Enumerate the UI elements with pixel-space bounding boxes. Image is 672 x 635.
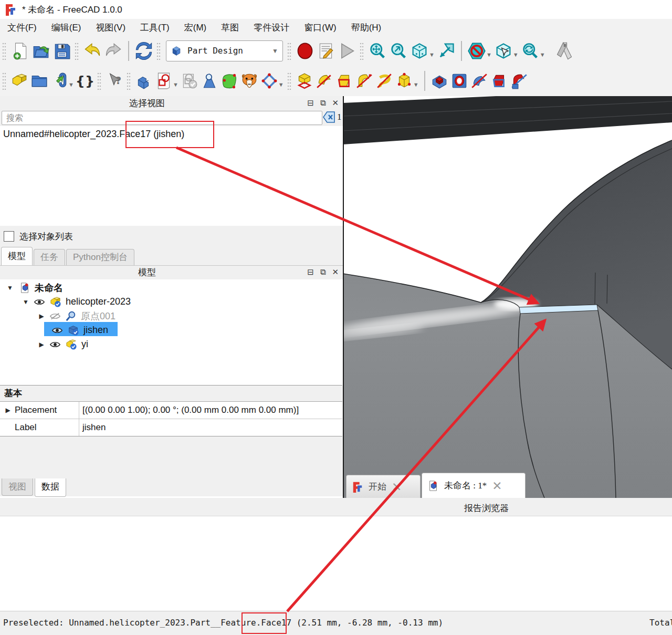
zoom-selection-button[interactable] [388,40,409,61]
undo-button[interactable] [82,40,103,61]
tab-model[interactable]: 模型 [1,247,33,265]
toolbar-grip[interactable] [127,72,131,90]
tab-tasks[interactable]: 任务 [34,249,65,265]
additive-primitive-button[interactable] [394,71,414,91]
expander-icon[interactable]: ▶ [38,341,45,348]
workbench-selector[interactable]: Part Design ▼ [166,40,283,61]
close-tab-icon[interactable]: ✕ [492,481,502,491]
tab-data-properties[interactable]: 数据 [35,478,66,497]
expander-icon[interactable]: ▶ [4,407,12,414]
toolbar-grip[interactable] [156,42,161,60]
tree-label[interactable]: helicopter-2023 [66,296,131,307]
menu-edit[interactable]: 编辑(E) [44,19,89,36]
align-view-button[interactable] [436,40,457,61]
close-tab-icon[interactable]: ✕ [392,482,402,492]
chevron-down-icon[interactable]: ▼ [278,81,284,88]
tree-label[interactable]: jishen [83,325,108,336]
save-document-button[interactable] [51,40,72,61]
visibility-eye-icon[interactable] [34,298,45,306]
visibility-eye-icon[interactable] [49,340,61,349]
measure-caliper-button[interactable] [554,40,575,61]
whats-this-button[interactable]: ? [104,71,124,91]
chevron-down-icon[interactable]: ▼ [540,51,545,58]
validate-sketch-button[interactable] [180,71,200,91]
dock-float-icon[interactable]: ⧉ [320,267,326,277]
tab-python-console[interactable]: Python控制台 [66,249,134,265]
expander-icon[interactable]: ▶ [38,313,45,320]
tree-row-document[interactable]: ▼ 未命名 [6,280,63,295]
toolbar-grip[interactable] [2,42,6,60]
property-value[interactable]: jishen [79,419,342,436]
expression-braces-button[interactable]: {} [75,71,95,91]
create-body-button[interactable] [134,71,154,91]
mdi-tab-document[interactable]: 未命名 : 1* ✕ [422,473,526,498]
dock-restore-icon[interactable]: ⊟ [307,267,314,277]
map-sketch-button[interactable] [200,71,219,91]
redo-button[interactable] [103,40,124,61]
hole-button[interactable] [449,71,469,91]
property-group-header[interactable]: 基本 [0,386,342,402]
additive-pipe-button[interactable] [354,71,374,91]
visibility-eye-off-icon[interactable] [49,312,61,320]
chevron-down-icon[interactable]: ▼ [173,81,178,88]
tree-row-part[interactable]: ▼ helicopter-2023 [22,295,131,309]
menu-partdesign[interactable]: 零件设计 [246,19,297,36]
open-document-button[interactable] [30,40,51,61]
menu-help[interactable]: 帮助(H) [344,19,389,36]
isometric-view-button[interactable] [409,40,430,61]
mdi-tab-start[interactable]: 开始 ✕ [346,475,421,498]
macro-edit-button[interactable] [316,40,337,61]
expander-icon[interactable]: ▼ [22,298,29,306]
chevron-down-icon[interactable]: ▼ [68,81,74,88]
menu-view[interactable]: 视图(V) [88,19,133,36]
create-sketch-button[interactable] [154,71,174,91]
toolbar-grip[interactable] [97,72,101,90]
tree-label[interactable]: yi [81,339,88,350]
zoom-sync-button[interactable] [520,40,541,61]
chevron-down-icon[interactable]: ▼ [513,51,519,58]
dock-float-icon[interactable]: ⧉ [320,98,326,108]
edit-face-button[interactable] [219,71,239,91]
toolbar-grip[interactable] [287,72,291,90]
toolbar-grip[interactable] [75,42,79,60]
subtractive-loft-button[interactable] [489,71,509,91]
box-selection-button[interactable] [493,40,514,61]
revolution-button[interactable] [314,71,334,91]
tree-label[interactable]: 原点001 [81,310,116,322]
tree-row-yi[interactable]: ▶ yi [38,337,88,351]
dock-close-icon[interactable]: ✕ [332,267,339,277]
chevron-down-icon[interactable]: ▼ [486,51,492,58]
toolbar-grip[interactable] [360,42,364,60]
subshape-binder-button[interactable] [239,71,259,91]
export-link-button[interactable] [49,71,69,91]
dock-restore-icon[interactable]: ⊟ [307,98,314,108]
zoom-fit-all-button[interactable] [367,40,388,61]
menu-macro[interactable]: 宏(M) [177,19,214,36]
menu-sketch[interactable]: 草图 [214,19,246,36]
tab-view-properties[interactable]: 视图 [2,478,33,496]
part-shape-button[interactable] [9,71,29,91]
tree-row-jishen[interactable]: jishen [51,323,108,337]
groove-button[interactable] [469,71,489,91]
macro-record-button[interactable] [295,40,316,61]
toolbar-grip[interactable] [287,42,291,60]
clear-search-icon[interactable] [323,111,335,125]
property-row-label[interactable]: Label jishen [0,419,342,436]
expander-icon[interactable]: ▼ [6,284,14,292]
report-browser-content[interactable] [0,516,672,611]
additive-helix-button[interactable] [374,71,394,91]
chevron-down-icon[interactable]: ▼ [429,51,435,58]
property-row-placement[interactable]: ▶Placement [(0.00 0.00 1.00); 0.00 °; (0… [0,402,342,419]
tree-label[interactable]: 未命名 [35,282,63,294]
pad-button[interactable] [295,71,314,91]
menu-tools[interactable]: 工具(T) [133,19,177,36]
chevron-down-icon[interactable]: ▼ [413,81,419,88]
toolbar-grip[interactable] [2,72,6,90]
pocket-button[interactable] [429,71,449,91]
create-datum-button[interactable] [259,71,279,91]
3d-viewport[interactable]: 开始 ✕ 未命名 : 1* ✕ [343,96,672,498]
dock-close-icon[interactable]: ✕ [332,98,339,108]
picked-list-checkbox[interactable] [4,231,14,242]
clipping-plane-button[interactable] [466,40,487,61]
new-document-button[interactable] [9,40,30,61]
